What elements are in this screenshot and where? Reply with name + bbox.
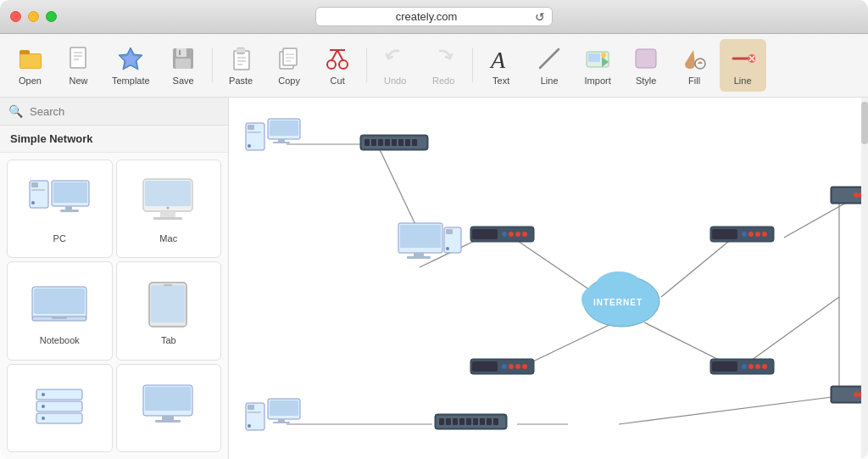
svg-rect-10 xyxy=(176,48,186,57)
url-bar[interactable]: creately.com ↺ xyxy=(315,7,553,26)
svg-point-127 xyxy=(748,232,754,237)
tab-label: Tab xyxy=(161,335,176,345)
svg-rect-32 xyxy=(588,53,600,62)
svg-rect-52 xyxy=(153,217,182,220)
svg-rect-95 xyxy=(273,142,290,143)
canvas-scrollbar[interactable] xyxy=(861,98,868,459)
mac-label: Mac xyxy=(159,233,177,243)
pc-label: PC xyxy=(53,233,66,243)
shape-tab[interactable]: Tab xyxy=(116,261,222,360)
monitor1-image xyxy=(135,378,203,434)
svg-line-30 xyxy=(540,49,559,68)
minimize-button[interactable] xyxy=(28,11,39,22)
paste-label: Paste xyxy=(229,76,253,86)
style-label: Style xyxy=(636,76,656,86)
save-button[interactable]: Save xyxy=(160,39,207,92)
new-button[interactable]: New xyxy=(55,39,102,92)
svg-point-24 xyxy=(327,60,336,69)
svg-rect-99 xyxy=(371,139,376,146)
svg-rect-15 xyxy=(236,48,245,53)
line-label: Line xyxy=(541,76,559,86)
svg-point-167 xyxy=(854,392,859,397)
svg-point-53 xyxy=(167,207,170,210)
svg-rect-93 xyxy=(270,120,298,136)
fill-label: Fill xyxy=(688,76,700,86)
svg-line-73 xyxy=(377,144,420,233)
svg-rect-55 xyxy=(34,288,85,314)
shape-pc[interactable]: PC xyxy=(7,160,113,258)
line-icon xyxy=(536,45,563,72)
import-button[interactable]: Import xyxy=(575,39,621,92)
svg-point-139 xyxy=(522,364,527,369)
svg-point-145 xyxy=(762,364,767,369)
undo-icon xyxy=(381,45,409,72)
text-label: Text xyxy=(492,76,509,86)
svg-rect-156 xyxy=(439,418,444,425)
svg-point-65 xyxy=(42,393,45,396)
redo-button[interactable]: Redo xyxy=(420,39,467,92)
text-button[interactable]: A Text xyxy=(478,39,525,92)
svg-rect-158 xyxy=(453,418,458,425)
traffic-lights xyxy=(10,11,57,22)
linestyle-label: Line xyxy=(734,76,752,86)
template-button[interactable]: Template xyxy=(103,39,159,92)
shapes-grid: PC Mac xyxy=(0,153,228,459)
canvas[interactable]: INTERNET xyxy=(229,98,868,459)
maximize-button[interactable] xyxy=(46,11,57,22)
svg-point-137 xyxy=(509,364,514,369)
scrollbar-thumb[interactable] xyxy=(861,102,868,144)
svg-point-25 xyxy=(339,60,348,69)
undo-button[interactable]: Undo xyxy=(372,39,419,92)
linestyle-button[interactable]: Line xyxy=(720,39,766,92)
sidebar: 🔍 Simple Network xyxy=(0,98,229,459)
svg-line-26 xyxy=(331,50,337,61)
svg-rect-101 xyxy=(385,139,390,146)
svg-rect-3 xyxy=(70,48,86,68)
section-title: Simple Network xyxy=(0,126,228,153)
svg-point-142 xyxy=(742,364,747,369)
copy-button[interactable]: Copy xyxy=(266,39,313,92)
shape-mac[interactable]: Mac xyxy=(116,160,222,258)
svg-rect-103 xyxy=(398,139,403,146)
svg-rect-159 xyxy=(459,418,465,425)
shape-monitor1[interactable] xyxy=(116,364,222,452)
svg-rect-164 xyxy=(493,418,498,425)
svg-line-83 xyxy=(619,395,852,424)
toolbar: Open New Template xyxy=(0,34,868,98)
svg-line-27 xyxy=(337,50,343,61)
svg-rect-161 xyxy=(473,418,478,425)
svg-point-44 xyxy=(31,201,35,204)
undo-label: Undo xyxy=(384,76,406,86)
svg-rect-89 xyxy=(248,125,254,130)
cut-button[interactable]: Cut xyxy=(314,39,361,92)
title-bar: creately.com ↺ xyxy=(0,0,868,34)
search-input[interactable] xyxy=(30,105,220,118)
reload-button[interactable]: ↺ xyxy=(535,10,545,24)
line-button[interactable]: Line xyxy=(526,39,573,92)
svg-rect-46 xyxy=(53,182,87,203)
svg-rect-48 xyxy=(60,210,79,212)
svg-rect-160 xyxy=(466,418,471,425)
style-button[interactable]: Style xyxy=(623,39,670,92)
svg-rect-50 xyxy=(145,181,191,206)
linestyle-icon xyxy=(729,45,756,72)
import-label: Import xyxy=(585,76,611,86)
fill-button[interactable]: Fill xyxy=(671,39,718,92)
paste-button[interactable]: Paste xyxy=(218,39,264,92)
svg-point-128 xyxy=(755,232,760,237)
svg-text:A: A xyxy=(489,47,506,71)
close-button[interactable] xyxy=(10,11,21,22)
separator-2 xyxy=(366,48,367,82)
open-button[interactable]: Open xyxy=(7,39,53,92)
shape-notebook[interactable]: Notebook xyxy=(7,261,113,360)
import-icon xyxy=(584,45,611,72)
main-area: 🔍 Simple Network xyxy=(0,98,868,459)
svg-rect-43 xyxy=(31,189,45,191)
svg-rect-107 xyxy=(400,225,441,248)
svg-rect-151 xyxy=(270,400,298,416)
svg-rect-148 xyxy=(248,411,261,413)
shape-server1[interactable] xyxy=(7,364,113,452)
svg-rect-20 xyxy=(283,48,297,65)
svg-rect-147 xyxy=(248,405,254,410)
style-icon xyxy=(632,45,659,72)
